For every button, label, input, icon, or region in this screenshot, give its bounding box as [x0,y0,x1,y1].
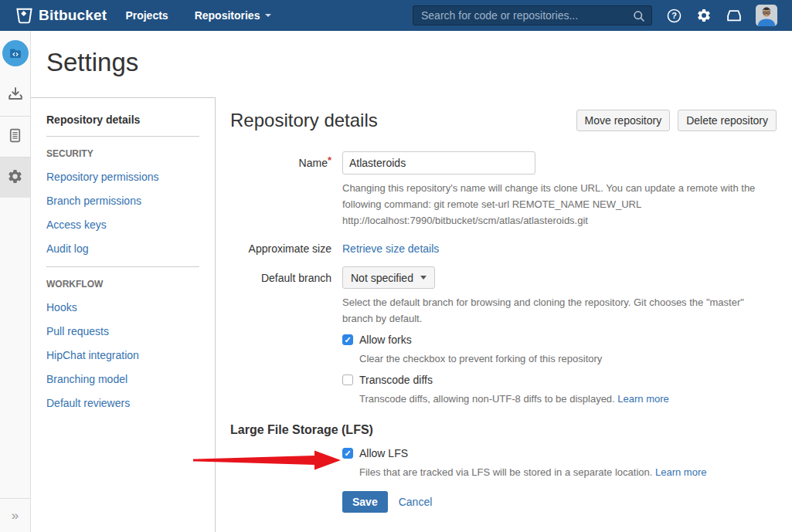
search-input[interactable] [413,6,651,25]
sidemenu-item-pull-requests[interactable]: Pull requests [46,325,199,337]
document-icon [6,127,24,147]
help-icon[interactable]: ? [665,7,682,24]
sidemenu-heading-security: SECURITY [46,148,199,159]
transcode-diffs-learn-more-link[interactable]: Learn more [617,393,668,405]
lfs-section-heading: Large File Storage (LFS) [230,422,777,438]
rail-spacer [0,198,30,498]
sidemenu-item-hooks[interactable]: Hooks [46,301,199,313]
clone-url-text: http://localhost:7990/bitbucket/scm/atla… [342,212,769,229]
divider [46,266,199,267]
icon-rail: » [0,31,31,532]
sidemenu-item-audit-log[interactable]: Audit log [46,242,199,255]
repository-details-panel: Repository details Move repository Delet… [216,97,792,532]
default-branch-label: Default branch [230,272,331,284]
sidemenu-heading-workflow: WORKFLOW [46,279,199,290]
delete-repository-button[interactable]: Delete repository [678,110,777,131]
clone-download-button[interactable] [0,76,30,116]
divider [46,136,199,137]
retrieve-size-details-link[interactable]: Retrieve size details [342,242,439,255]
top-navbar: Bitbucket Projects Repositories ? [0,0,792,31]
sidemenu-item-branching-model[interactable]: Branching model [46,373,199,385]
approximate-size-label: Approximate size [230,242,331,255]
bitbucket-bucket-icon [15,7,33,25]
settings-gear-icon [7,168,23,188]
transcode-diffs-help-line: Transcode diffs, allowing non-UTF-8 diff… [359,393,615,405]
download-icon [6,85,25,107]
allow-forks-checkbox[interactable] [342,334,353,345]
allow-lfs-help-line: Files that are tracked via LFS will be s… [359,466,652,478]
nav-repositories[interactable]: Repositories [195,9,272,22]
global-search [413,5,652,25]
transcode-diffs-help-text: Transcode diffs, allowing non-UTF-8 diff… [359,391,777,407]
save-button[interactable]: Save [342,491,388,513]
name-help-text: Changing this repository's name will cha… [342,180,769,229]
search-icon[interactable] [631,8,647,24]
chevron-down-icon [265,14,271,17]
brand-name: Bitbucket [39,7,107,24]
required-asterisk: * [328,154,331,166]
nav-projects[interactable]: Projects [125,9,168,22]
settings-rail-button[interactable] [0,158,30,198]
repository-avatar[interactable] [0,31,30,76]
allow-forks-label[interactable]: Allow forks [359,334,412,346]
name-help-line: Changing this repository's name will cha… [342,182,755,210]
allow-lfs-checkbox[interactable] [342,448,353,459]
settings-page: Settings Repository details SECURITY Rep… [31,31,792,532]
app-shell: » Settings Repository details SECURITY R… [0,31,792,532]
transcode-diffs-label[interactable]: Transcode diffs [359,374,433,386]
page-title: Settings [31,31,792,97]
source-browser-button[interactable] [0,117,30,157]
settings-content: Repository details SECURITY Repository p… [31,97,792,532]
expand-sidebar-button[interactable]: » [0,498,30,532]
allow-lfs-label[interactable]: Allow LFS [359,447,408,459]
nav-repositories-label: Repositories [195,9,260,22]
sidemenu-item-access-keys[interactable]: Access keys [46,219,199,231]
default-branch-value: Not specified [351,272,413,284]
allow-lfs-help-text: Files that are tracked via LFS will be s… [359,464,777,480]
sidemenu-item-hipchat-integration[interactable]: HipChat integration [46,349,199,361]
inbox-tray-icon[interactable] [726,7,743,24]
gear-icon[interactable] [695,7,712,24]
bitbucket-logo[interactable]: Bitbucket [15,7,107,25]
name-field[interactable] [342,151,535,175]
sidemenu-item-repository-permissions[interactable]: Repository permissions [46,171,199,183]
primary-nav: Projects Repositories [125,9,271,22]
sidemenu-item-repository-details[interactable]: Repository details [46,114,199,126]
repository-avatar-icon [2,40,29,66]
settings-sidemenu: Repository details SECURITY Repository p… [31,97,216,532]
transcode-diffs-checkbox[interactable] [342,374,353,385]
name-label: Name* [230,157,331,169]
sidemenu-item-branch-permissions[interactable]: Branch permissions [46,195,199,207]
chevron-down-icon [420,276,427,280]
panel-heading: Repository details [230,109,576,132]
allow-forks-help-text: Clear the checkbox to prevent forking of… [359,351,777,367]
move-repository-button[interactable]: Move repository [576,110,671,131]
navbar-right: ? [413,5,777,26]
sidemenu-item-default-reviewers[interactable]: Default reviewers [46,397,199,409]
user-avatar[interactable] [756,5,777,26]
default-branch-dropdown[interactable]: Not specified [342,266,435,289]
allow-lfs-learn-more-link[interactable]: Learn more [655,466,706,478]
cancel-link[interactable]: Cancel [399,496,433,508]
default-branch-help-text: Select the default branch for browsing a… [342,294,769,327]
svg-text:?: ? [671,11,677,20]
